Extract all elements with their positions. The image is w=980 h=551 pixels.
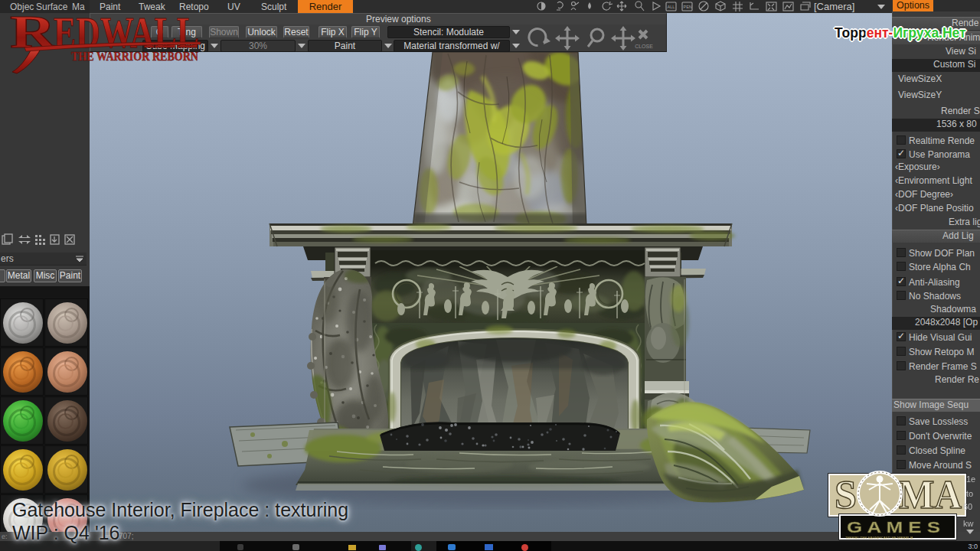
svg-text:G A M E S: G A M E S [847, 519, 940, 536]
svg-text:ALL: ALL [668, 5, 675, 9]
svg-text:MA: MA [899, 473, 962, 517]
svg-text:PEN: PEN [684, 5, 692, 9]
svg-text:S: S [835, 473, 857, 517]
svg-text:THE WARRIOR REBORN: THE WARRIOR REBORN [71, 49, 198, 64]
svg-text:TERRIBILITER MAGNIFICASTI ME: TERRIBILITER MAGNIFICASTI ME MIRABILIA [845, 536, 913, 540]
svg-text:CLOSE: CLOSE [635, 44, 653, 49]
